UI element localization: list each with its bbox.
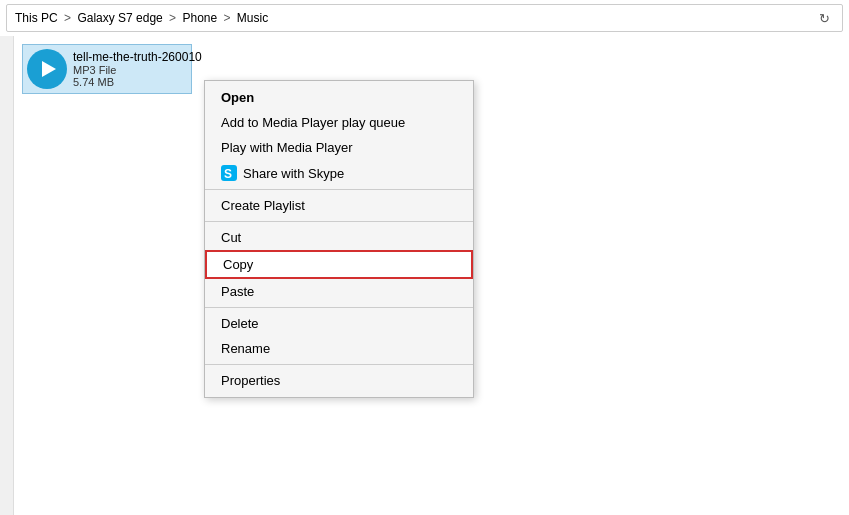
path-music: Music	[237, 11, 268, 25]
menu-item-properties-label: Properties	[221, 373, 457, 388]
file-info: tell-me-the-truth-260010 MP3 File 5.74 M…	[73, 50, 202, 88]
play-icon	[42, 61, 56, 77]
menu-item-paste[interactable]: Paste	[205, 279, 473, 304]
context-menu: Open Add to Media Player play queue Play…	[204, 80, 474, 398]
menu-item-create-playlist-label: Create Playlist	[221, 198, 457, 213]
address-bar[interactable]: This PC > Galaxy S7 edge > Phone > Music…	[6, 4, 843, 32]
menu-item-delete-label: Delete	[221, 316, 457, 331]
menu-item-open[interactable]: Open	[205, 85, 473, 110]
menu-item-add-to-queue-label: Add to Media Player play queue	[221, 115, 457, 130]
path-phone: Phone	[182, 11, 217, 25]
menu-item-play-with[interactable]: Play with Media Player	[205, 135, 473, 160]
menu-item-copy-label: Copy	[223, 257, 455, 272]
menu-item-share-skype-label: Share with Skype	[243, 166, 457, 181]
menu-item-copy[interactable]: Copy	[205, 250, 473, 279]
skype-icon: S	[221, 165, 237, 181]
menu-item-share-skype[interactable]: S Share with Skype	[205, 160, 473, 186]
file-name: tell-me-the-truth-260010	[73, 50, 202, 64]
path-sep-1: >	[64, 11, 74, 25]
menu-item-create-playlist[interactable]: Create Playlist	[205, 193, 473, 218]
menu-item-paste-label: Paste	[221, 284, 457, 299]
address-bar-path: This PC > Galaxy S7 edge > Phone > Music	[15, 11, 814, 25]
menu-item-add-to-queue[interactable]: Add to Media Player play queue	[205, 110, 473, 135]
menu-item-delete[interactable]: Delete	[205, 311, 473, 336]
menu-item-open-label: Open	[221, 90, 457, 105]
menu-item-rename-label: Rename	[221, 341, 457, 356]
separator-4	[205, 364, 473, 365]
separator-2	[205, 221, 473, 222]
menu-item-cut[interactable]: Cut	[205, 225, 473, 250]
file-icon	[27, 49, 67, 89]
svg-text:S: S	[224, 167, 232, 181]
content-area: tell-me-the-truth-260010 MP3 File 5.74 M…	[14, 36, 849, 515]
file-size: 5.74 MB	[73, 76, 202, 88]
path-galaxy: Galaxy S7 edge	[77, 11, 162, 25]
menu-item-play-with-label: Play with Media Player	[221, 140, 457, 155]
separator-1	[205, 189, 473, 190]
separator-3	[205, 307, 473, 308]
menu-item-cut-label: Cut	[221, 230, 457, 245]
path-this-pc: This PC	[15, 11, 58, 25]
menu-item-rename[interactable]: Rename	[205, 336, 473, 361]
path-sep-3: >	[224, 11, 234, 25]
sidebar	[0, 36, 14, 515]
explorer-main: tell-me-the-truth-260010 MP3 File 5.74 M…	[0, 36, 849, 515]
menu-item-properties[interactable]: Properties	[205, 368, 473, 393]
file-item[interactable]: tell-me-the-truth-260010 MP3 File 5.74 M…	[22, 44, 192, 94]
path-sep-2: >	[169, 11, 179, 25]
refresh-button[interactable]: ↻	[814, 8, 834, 28]
file-type: MP3 File	[73, 64, 202, 76]
